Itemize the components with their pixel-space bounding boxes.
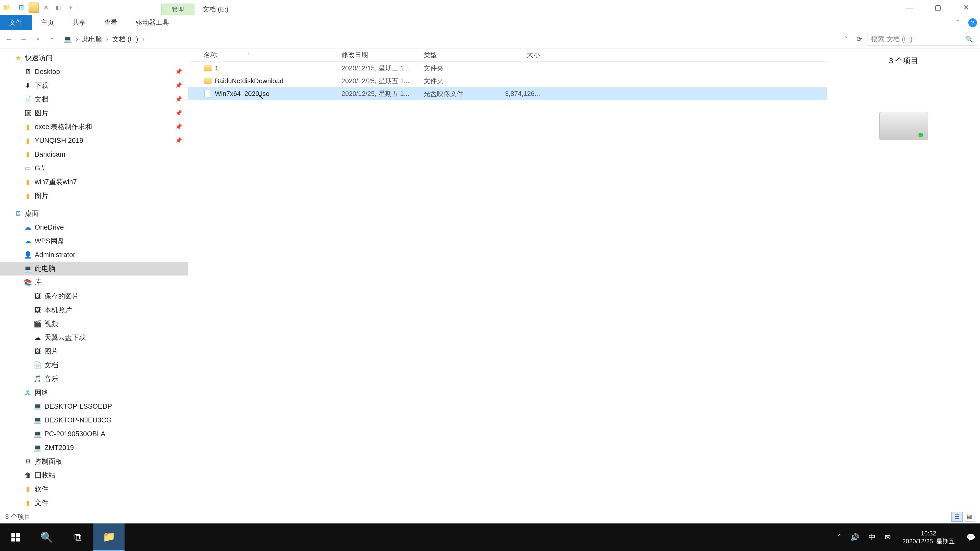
folder-icon: ▮ <box>24 499 32 507</box>
nav-yunqishi[interactable]: ▮YUNQISHI2019📌 <box>0 134 188 148</box>
explorer-taskbar-button[interactable]: 📁 <box>94 524 124 551</box>
nav-software[interactable]: ▮软件 <box>0 482 188 496</box>
nav-control-panel[interactable]: ⚙控制面板 <box>0 454 188 468</box>
close-button[interactable]: ✕ <box>952 0 980 15</box>
chevron-right-icon[interactable]: › <box>140 35 147 43</box>
nav-label: 库 <box>35 278 41 287</box>
nav-gdrive[interactable]: ▭G:\ <box>0 161 188 175</box>
qat-properties-icon[interactable]: ◧ <box>53 3 63 13</box>
action-center-icon[interactable]: 💬 <box>962 524 980 551</box>
window-title: 文档 (E:) <box>194 3 237 15</box>
maximize-button[interactable]: ▢ <box>924 0 952 15</box>
tab-home[interactable]: 主页 <box>32 15 63 30</box>
nav-downloads[interactable]: ⬇下载📌 <box>0 79 188 92</box>
nav-desktop[interactable]: 🖥Desktop📌 <box>0 65 188 79</box>
nav-saved-pictures[interactable]: 🖼保存的图片 <box>0 289 188 303</box>
icons-view-button[interactable]: ▦ <box>964 512 975 522</box>
nav-music-lib[interactable]: 🎵音乐 <box>0 372 188 386</box>
breadcrumb[interactable]: 💻 › 此电脑 › 文档 (E:) › <box>60 33 839 46</box>
nav-files[interactable]: ▮文件 <box>0 496 188 510</box>
tab-drive-tools[interactable]: 驱动器工具 <box>127 15 178 30</box>
tray-overflow-icon[interactable]: ˄ <box>833 524 846 551</box>
nav-pictures2[interactable]: ▮图片 <box>0 189 188 203</box>
minimize-button[interactable]: — <box>896 0 924 15</box>
nav-desktop-root[interactable]: 🖥桌面 <box>0 206 188 221</box>
chevron-right-icon[interactable]: › <box>103 35 111 43</box>
nav-pictures[interactable]: 🖼图片📌 <box>0 106 188 120</box>
nav-pc3[interactable]: 💻PC-20190530OBLA <box>0 427 188 441</box>
nav-recycle[interactable]: 🗑回收站 <box>0 468 188 482</box>
nav-this-pc[interactable]: 💻此电脑 <box>0 262 188 275</box>
chevron-right-icon[interactable]: › <box>73 35 81 43</box>
forward-button[interactable]: → <box>18 33 30 45</box>
nav-admin[interactable]: 👤Administrator <box>0 248 188 262</box>
column-size[interactable]: 大小 <box>493 51 540 59</box>
nav-network[interactable]: 🖧网络 <box>0 386 188 400</box>
search-taskbar-button[interactable]: 🔍 <box>31 524 62 551</box>
refresh-button[interactable]: ⟳ <box>853 33 865 46</box>
history-dropdown-icon[interactable]: ▾ <box>32 33 44 45</box>
nav-win7[interactable]: ▮win7重装win7 <box>0 175 188 189</box>
nav-label: 软件 <box>35 484 48 494</box>
nav-pc4[interactable]: 💻ZMT2019 <box>0 441 188 454</box>
file-row[interactable]: Win7x64_2020.iso 2020/12/25, 星期五 1... 光盘… <box>188 87 827 100</box>
qat-dropdown-icon[interactable]: ▾ <box>65 3 76 13</box>
nav-label: excel表格制作求和 <box>35 122 92 131</box>
details-view-button[interactable]: ☰ <box>951 512 963 522</box>
nav-bandicam[interactable]: ▮Bandicam <box>0 148 188 161</box>
nav-pc2[interactable]: 💻DESKTOP-NJEU3CG <box>0 413 188 427</box>
navigation-pane[interactable]: ★快速访问 🖥Desktop📌 ⬇下载📌 📄文档📌 🖼图片📌 ▮excel表格制… <box>0 48 188 510</box>
breadcrumb-drive[interactable]: 文档 (E:) <box>112 35 138 44</box>
nav-label: WPS网盘 <box>35 237 64 246</box>
file-row[interactable]: BaiduNetdiskDownload 2020/12/25, 星期五 1..… <box>188 75 827 87</box>
clock[interactable]: 16:32 2020/12/25, 星期五 <box>895 529 962 545</box>
nav-pics-lib[interactable]: 🖼图片 <box>0 345 188 358</box>
volume-icon[interactable]: 🔊 <box>846 524 864 551</box>
back-button[interactable]: ← <box>3 33 15 45</box>
breadcrumb-this-pc[interactable]: 此电脑 <box>82 35 102 44</box>
nav-wps[interactable]: ☁WPS网盘 <box>0 234 188 248</box>
nav-pc1[interactable]: 💻DESKTOP-LSSOEDP <box>0 400 188 413</box>
nav-documents[interactable]: 📄文档📌 <box>0 92 188 106</box>
qat-folder-icon[interactable] <box>29 3 39 13</box>
nav-docs-lib[interactable]: 📄文档 <box>0 358 188 372</box>
tab-file[interactable]: 文件 <box>0 15 32 30</box>
nav-videos[interactable]: 🎬视频 <box>0 317 188 330</box>
nav-camera-roll[interactable]: 🖼本机照片 <box>0 303 188 317</box>
nav-excel[interactable]: ▮excel表格制作求和📌 <box>0 120 188 134</box>
tab-share[interactable]: 共享 <box>63 15 95 30</box>
up-button[interactable]: ↑ <box>46 33 58 45</box>
column-type[interactable]: 类型 <box>424 51 493 59</box>
search-input[interactable]: 搜索"文档 (E:)" 🔍 <box>867 33 977 46</box>
separator <box>78 3 78 13</box>
qat-delete-icon[interactable]: ✕ <box>41 3 51 13</box>
nav-label: 桌面 <box>25 209 39 218</box>
pin-icon: 📌 <box>175 96 182 103</box>
search-icon[interactable]: 🔍 <box>966 36 973 43</box>
column-name[interactable]: 名称˄ <box>204 51 342 59</box>
qat-checkbox-icon[interactable]: ☑ <box>16 3 27 13</box>
library-icon: 📚 <box>24 279 32 286</box>
address-dropdown-icon[interactable]: ˅ <box>841 33 851 46</box>
nav-label: 控制面板 <box>35 457 62 466</box>
nav-label: win7重装win7 <box>35 177 77 186</box>
nav-onedrive[interactable]: ☁OneDrive <box>0 221 188 234</box>
pc-icon: 💻 <box>24 265 32 272</box>
nav-library[interactable]: 📚库 <box>0 275 188 289</box>
ribbon-collapse-icon[interactable]: ˄ <box>950 15 965 30</box>
file-list[interactable]: 名称˄ 修改日期 类型 大小 1 2020/12/15, 星期二 1... 文件… <box>188 48 827 510</box>
help-button[interactable]: ? <box>965 15 980 30</box>
app-icon[interactable]: 📁 <box>2 3 12 13</box>
column-date[interactable]: 修改日期 <box>342 51 424 59</box>
nav-quick-access[interactable]: ★快速访问 <box>0 51 188 65</box>
nav-tianyi[interactable]: ☁天翼云盘下载 <box>0 330 188 345</box>
tab-view[interactable]: 查看 <box>95 15 127 30</box>
start-button[interactable] <box>0 524 31 551</box>
nav-label: 图片 <box>45 347 58 356</box>
tray-app-icon[interactable]: ✉ <box>880 524 895 551</box>
ime-indicator[interactable]: 中 <box>864 524 880 551</box>
file-row[interactable]: 1 2020/12/15, 星期二 1... 文件夹 <box>188 62 827 75</box>
cloud-icon: ☁ <box>24 237 32 245</box>
task-view-button[interactable]: ⧉ <box>62 524 94 551</box>
folder-icon <box>204 77 212 85</box>
